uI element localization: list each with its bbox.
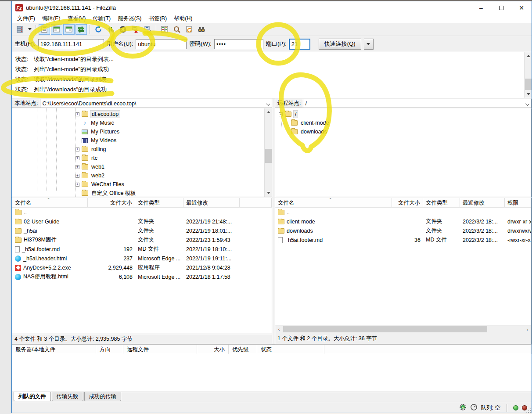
toggle-message-log-icon[interactable] (39, 24, 50, 35)
table-row[interactable]: .. (275, 208, 531, 217)
toggle-transfer-queue-icon[interactable] (75, 24, 87, 35)
local-tree-scrollbar[interactable] (264, 108, 272, 197)
table-row[interactable]: _h5ai文件夹2022/1/19 18:01:... (12, 226, 272, 235)
tree-item[interactable]: +dl.ecoo.top (12, 110, 272, 119)
table-row[interactable]: Hi3798M固件文件夹2022/1/23 1:59:43 (12, 235, 272, 245)
scroll-right-icon[interactable]: › (524, 325, 531, 333)
queue-column-size[interactable]: 大小 (197, 345, 229, 354)
menu-view[interactable]: 查看(V) (64, 14, 90, 23)
queue-column-status[interactable]: 状态 (257, 345, 324, 354)
column-header-name[interactable]: 文件名⌃ (12, 198, 88, 207)
host-input[interactable] (38, 39, 104, 49)
menu-server[interactable]: 服务器(S) (114, 14, 145, 23)
title-bar[interactable]: Fz ubuntu@192.168.111.141 - FileZilla – … (12, 1, 532, 14)
expand-plus-icon[interactable]: + (75, 183, 79, 187)
menu-edit[interactable]: 编辑(E) (39, 14, 64, 23)
find-files-icon[interactable] (183, 24, 195, 35)
log-scrollbar[interactable] (524, 52, 532, 98)
expand-plus-icon[interactable]: + (75, 156, 79, 160)
scroll-thumb[interactable] (525, 79, 532, 90)
tree-item[interactable]: client-mode (275, 119, 531, 127)
filter-binoculars-icon[interactable] (196, 24, 207, 35)
cancel-operation-icon[interactable] (117, 24, 129, 35)
close-button[interactable]: ✕ (511, 1, 532, 14)
scroll-thumb[interactable] (283, 326, 487, 332)
menu-bookmarks[interactable]: 书签(B) (145, 14, 170, 23)
table-row[interactable]: NAS使用教程.html6,108Microsoft Edge ...2022/… (12, 272, 272, 281)
expand-plus-icon[interactable]: + (75, 148, 79, 151)
tree-item[interactable]: −/ (275, 110, 531, 119)
disconnect-icon[interactable] (129, 24, 141, 35)
toggle-remote-tree-icon[interactable] (63, 24, 75, 35)
scroll-up-icon[interactable] (265, 108, 272, 116)
table-row[interactable]: .. (12, 208, 272, 217)
expand-plus-icon[interactable]: + (75, 165, 79, 169)
directory-comparison-icon[interactable] (159, 24, 170, 35)
table-row[interactable]: client-mode文件夹2022/3/2 18:...drwxr-xr-x (275, 217, 531, 226)
tab-successful-transfers[interactable]: 成功的传输 (84, 392, 122, 401)
tree-item[interactable]: +web2 (12, 171, 272, 180)
column-header-type[interactable]: 文件类型 (423, 198, 460, 207)
tree-item[interactable]: My Videos (12, 136, 272, 145)
column-header-perms[interactable]: 权限 (505, 198, 531, 207)
port-input[interactable] (289, 39, 310, 49)
scroll-down-icon[interactable] (525, 90, 532, 98)
refresh-icon[interactable] (93, 24, 104, 35)
tree-item[interactable]: downloads (275, 127, 531, 136)
toggle-queue-processing-icon[interactable]: A (459, 403, 467, 412)
tree-item[interactable]: ♪My Music (12, 119, 272, 127)
tree-item[interactable]: +web1 (12, 162, 272, 171)
tree-item[interactable]: My Pictures (12, 127, 272, 136)
column-header-size[interactable]: 文件大小 (392, 198, 423, 207)
menu-transfer[interactable]: 传输(T) (89, 14, 114, 23)
column-header-type[interactable]: 文件类型 (135, 198, 183, 207)
scroll-up-icon[interactable] (525, 52, 532, 60)
synchronized-browsing-icon[interactable] (171, 24, 183, 35)
tree-item[interactable]: +rtc (12, 154, 272, 162)
scroll-left-icon[interactable]: ‹ (275, 325, 283, 333)
remote-site-path: / (305, 101, 306, 107)
tree-item[interactable]: +rolling (12, 145, 272, 154)
reconnect-icon[interactable] (142, 24, 153, 35)
table-row[interactable]: 02-User Guide文件夹2022/1/19 21:48:... (12, 217, 272, 226)
table-row[interactable]: downloads文件夹2022/3/2 18:...drwxrwxrwx (275, 226, 531, 235)
tab-queued-files[interactable]: 列队的文件 (14, 392, 51, 401)
table-row[interactable]: _h5ai.footer.md192MD 文件2022/1/19 18:10:.… (12, 245, 272, 254)
quickconnect-button[interactable]: 快速连接(Q) (319, 39, 361, 50)
column-header-name[interactable]: 文件名⌃ (275, 198, 392, 207)
expand-plus-icon[interactable]: + (75, 112, 79, 116)
process-queue-icon[interactable] (105, 24, 116, 35)
collapse-minus-icon[interactable]: − (279, 112, 283, 116)
site-manager-icon[interactable] (14, 24, 26, 35)
minimize-button[interactable]: – (471, 1, 491, 14)
column-header-modified[interactable]: 最近修改 (460, 198, 505, 207)
username-input[interactable] (136, 39, 187, 49)
remote-horizontal-scrollbar[interactable]: ‹ › (275, 325, 532, 333)
tab-failed-transfers[interactable]: 传输失败 (52, 392, 83, 401)
queue-column-direction[interactable]: 方向 (96, 345, 123, 354)
queue-column-server-local[interactable]: 服务器/本地文件 (12, 345, 96, 354)
column-header-size[interactable]: 文件大小 (88, 198, 135, 207)
remote-list-header: 文件名⌃ 文件大小 文件类型 最近修改 权限 (275, 198, 531, 208)
scroll-down-icon[interactable] (265, 189, 272, 197)
tree-item[interactable]: +WeChat Files (12, 180, 272, 189)
expand-plus-icon[interactable]: + (75, 174, 79, 178)
menu-file[interactable]: 文件(F) (14, 14, 39, 23)
toggle-local-tree-icon[interactable] (51, 24, 62, 35)
table-row[interactable]: AnyDesk+5.2.2.exe2,929,448应用程序2021/12/8 … (12, 263, 272, 272)
scroll-thumb[interactable] (265, 149, 272, 163)
table-row[interactable]: _h5ai.footer.md36MD 文件2022/3/2 18:...-rw… (275, 235, 531, 245)
speed-limits-icon[interactable] (470, 403, 478, 412)
site-manager-dropdown[interactable] (27, 24, 33, 35)
remote-site-combo[interactable]: / (303, 99, 532, 108)
quickconnect-dropdown[interactable] (364, 39, 374, 50)
queue-column-priority[interactable]: 优先级 (229, 345, 257, 354)
tree-item[interactable]: 自定义 Office 模板 (12, 189, 272, 197)
maximize-button[interactable] (491, 1, 511, 14)
table-row[interactable]: _h5ai.header.html237Microsoft Edge ...20… (12, 254, 272, 263)
column-header-modified[interactable]: 最近修改 (183, 198, 240, 207)
local-site-combo[interactable]: C:\Users\ecoo\Documents\dl.ecoo.top\ (40, 99, 272, 108)
queue-column-remote-file[interactable]: 远程文件 (123, 345, 197, 354)
password-input[interactable] (214, 39, 263, 49)
menu-help[interactable]: 帮助(H) (170, 14, 196, 23)
